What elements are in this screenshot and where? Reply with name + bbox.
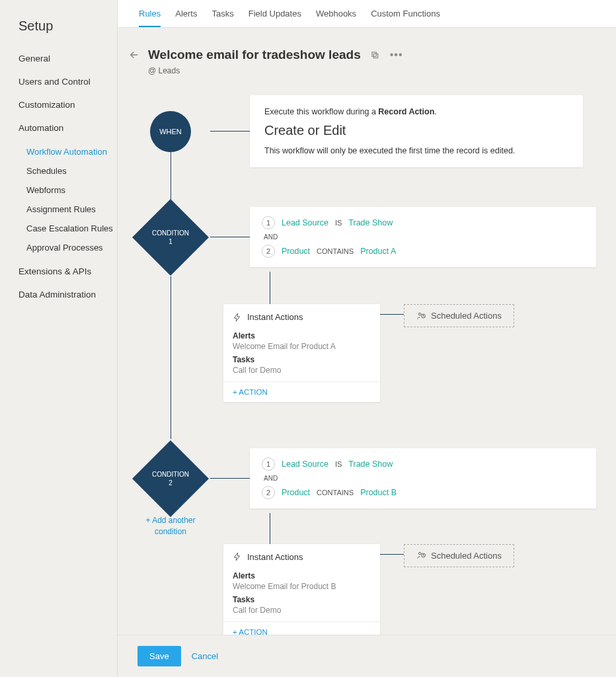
rule-number: 2 xyxy=(262,486,275,499)
tab-rules[interactable]: Rules xyxy=(139,0,161,27)
connector-line xyxy=(171,276,171,439)
condition-rule: 2 Product CONTAINS Product B xyxy=(262,486,584,499)
when-node-label: WHEN xyxy=(159,128,182,136)
svg-rect-0 xyxy=(372,52,376,56)
tab-tasks[interactable]: Tasks xyxy=(212,0,233,27)
sidebar-item-approval-processes[interactable]: Approval Processes xyxy=(26,238,117,257)
connector-line xyxy=(380,314,404,315)
sidebar-section-users[interactable]: Users and Control xyxy=(19,77,117,87)
condition-label: CONDITION xyxy=(152,228,189,237)
tasks-title: Tasks xyxy=(233,355,371,364)
rule-value: Product B xyxy=(360,488,397,497)
add-condition-button[interactable]: + Add another condition xyxy=(131,508,210,538)
alerts-value: Welcome Email for Product A xyxy=(233,342,371,351)
sidebar-item-case-escalation[interactable]: Case Escalation Rules xyxy=(26,219,117,238)
clock-user-icon xyxy=(416,551,426,560)
actions-row-2: Instant Actions Alerts Welcome Email for… xyxy=(223,544,596,642)
rule-operator: IS xyxy=(335,219,342,227)
rule-field: Product xyxy=(282,488,310,497)
actions-row-1: Instant Actions Alerts Welcome Email for… xyxy=(223,304,596,402)
condition-number: 2 xyxy=(152,478,189,487)
tab-custom-functions[interactable]: Custom Functions xyxy=(371,0,440,27)
sidebar-item-webforms[interactable]: Webforms xyxy=(26,180,117,200)
tasks-value: Call for Demo xyxy=(233,606,371,615)
condition-node-2[interactable]: CONDITION 2 xyxy=(132,440,209,517)
sidebar-section-general[interactable]: General xyxy=(19,54,117,63)
when-node[interactable]: WHEN xyxy=(150,111,191,152)
workflow-canvas: WHEN Execute this workflow during a Reco… xyxy=(118,75,616,662)
scheduled-actions-box-2[interactable]: Scheduled Actions xyxy=(404,544,514,567)
clock-user-icon xyxy=(416,311,426,321)
rule-number: 2 xyxy=(262,245,275,258)
tab-field-updates[interactable]: Field Updates xyxy=(249,0,301,27)
open-external-icon[interactable] xyxy=(370,50,379,60)
tabs: Rules Alerts Tasks Field Updates Webhook… xyxy=(118,0,616,28)
rule-number: 1 xyxy=(262,458,275,471)
connector-line xyxy=(210,478,250,479)
page-header: Welcome email for tradeshow leads ••• xyxy=(118,28,616,65)
main: Rules Alerts Tasks Field Updates Webhook… xyxy=(118,0,616,677)
footer-bar: Save Cancel xyxy=(118,635,616,677)
tab-webhooks[interactable]: Webhooks xyxy=(316,0,356,27)
connector-line xyxy=(210,131,250,132)
rule-number: 1 xyxy=(262,216,275,229)
and-label: AND xyxy=(262,471,584,486)
connector-line xyxy=(210,237,250,237)
tasks-title: Tasks xyxy=(233,595,371,604)
condition-rule: 2 Product CONTAINS Product A xyxy=(262,245,584,258)
scheduled-actions-label: Scheduled Actions xyxy=(431,311,502,321)
more-icon[interactable]: ••• xyxy=(390,49,403,61)
svg-point-2 xyxy=(419,313,422,315)
rule-field: Product xyxy=(282,247,310,256)
condition-number: 1 xyxy=(152,237,189,245)
scheduled-actions-label: Scheduled Actions xyxy=(431,551,502,561)
alerts-title: Alerts xyxy=(233,571,371,580)
cancel-button[interactable]: Cancel xyxy=(192,651,218,661)
connector-line xyxy=(270,272,270,309)
condition-card-2[interactable]: 1 Lead Source IS Trade Show AND 2 Produc… xyxy=(250,448,596,508)
svg-point-4 xyxy=(419,552,422,555)
connector-line xyxy=(380,554,404,555)
page-title: Welcome email for tradeshow leads xyxy=(148,48,361,62)
rule-value: Product A xyxy=(360,247,396,256)
tasks-value: Call for Demo xyxy=(233,366,371,375)
sidebar-section-data-admin[interactable]: Data Administration xyxy=(19,290,117,299)
save-button[interactable]: Save xyxy=(137,646,181,666)
automation-children: Workflow Automation Schedules Webforms A… xyxy=(26,142,117,257)
sidebar: Setup General Users and Control Customiz… xyxy=(0,0,118,677)
when-trigger: Create or Edit xyxy=(264,123,568,138)
sidebar-item-assignment-rules[interactable]: Assignment Rules xyxy=(26,200,117,219)
alerts-title: Alerts xyxy=(233,331,371,340)
when-note: This workflow will only be executed the … xyxy=(264,146,568,155)
module-label: @ Leads xyxy=(118,66,616,75)
rule-operator: CONTAINS xyxy=(317,489,354,497)
svg-rect-1 xyxy=(373,54,377,58)
scheduled-actions-box-1[interactable]: Scheduled Actions xyxy=(404,304,514,327)
instant-actions-title: Instant Actions xyxy=(247,312,303,322)
condition-node-1[interactable]: CONDITION 1 xyxy=(132,199,209,276)
sidebar-section-automation[interactable]: Automation xyxy=(19,123,117,133)
rule-operator: IS xyxy=(335,460,342,468)
back-arrow-icon[interactable] xyxy=(128,49,140,61)
rule-field: Lead Source xyxy=(282,218,328,227)
condition-card-1[interactable]: 1 Lead Source IS Trade Show AND 2 Produc… xyxy=(250,207,596,267)
condition-label: CONDITION xyxy=(152,469,189,478)
rule-value: Trade Show xyxy=(348,459,393,469)
instant-actions-card-2[interactable]: Instant Actions Alerts Welcome Email for… xyxy=(223,544,380,642)
sidebar-section-customization[interactable]: Customization xyxy=(19,100,117,110)
bolt-icon xyxy=(233,313,242,322)
sidebar-title: Setup xyxy=(19,19,117,34)
alerts-value: Welcome Email for Product B xyxy=(233,582,371,591)
instant-actions-card-1[interactable]: Instant Actions Alerts Welcome Email for… xyxy=(223,304,380,402)
sidebar-item-workflow-automation[interactable]: Workflow Automation xyxy=(26,142,117,161)
rule-value: Trade Show xyxy=(348,218,393,227)
bolt-icon xyxy=(233,552,242,561)
sidebar-section-extensions[interactable]: Extensions & APIs xyxy=(19,266,117,276)
condition-rule: 1 Lead Source IS Trade Show xyxy=(262,216,584,229)
instant-actions-title: Instant Actions xyxy=(247,552,303,562)
tab-alerts[interactable]: Alerts xyxy=(175,0,197,27)
sidebar-item-schedules[interactable]: Schedules xyxy=(26,161,117,180)
when-card[interactable]: Execute this workflow during a Record Ac… xyxy=(250,95,583,167)
when-execute-text: Execute this workflow during a Record Ac… xyxy=(264,107,568,116)
add-action-button[interactable]: + ACTION xyxy=(223,381,380,402)
